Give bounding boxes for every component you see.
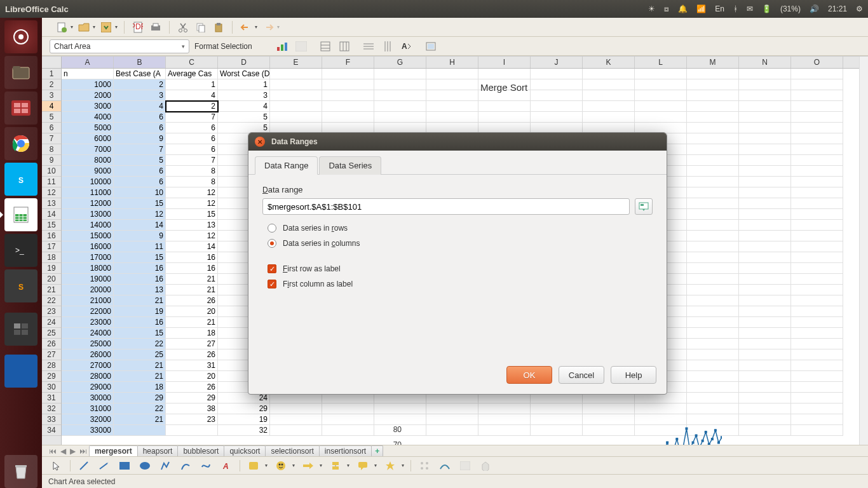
launcher-files[interactable] — [4, 56, 37, 89]
launcher-dash[interactable] — [4, 20, 37, 53]
add-sheet-button[interactable]: + — [371, 445, 383, 456]
extrusion-icon[interactable] — [478, 459, 492, 473]
copy-icon[interactable] — [194, 20, 208, 34]
data-range-input[interactable] — [262, 198, 630, 215]
dialog-titlebar[interactable]: ✕ Data Ranges — [248, 133, 667, 151]
svg-rect-24 — [22, 330, 28, 335]
export-pdf-icon[interactable]: PDF — [131, 20, 145, 34]
data-ranges-icon[interactable] — [318, 39, 332, 53]
points-icon[interactable] — [417, 459, 431, 473]
sheet-tab-quicksort[interactable]: quicksort — [224, 445, 266, 456]
svg-marker-173 — [361, 468, 363, 470]
sheet-tab-bubblesort[interactable]: bubblesort — [177, 445, 224, 456]
undo-icon[interactable] — [239, 20, 253, 34]
basic-shapes-icon[interactable] — [247, 459, 261, 473]
ok-button[interactable]: OK — [506, 366, 552, 384]
sheet-tab-mergesort[interactable]: mergesort — [89, 445, 138, 456]
sheet-tab-heapsort[interactable]: heapsort — [137, 445, 179, 456]
line-icon[interactable] — [77, 459, 91, 473]
flowchart-icon[interactable] — [329, 459, 342, 473]
vgrid-icon[interactable] — [381, 39, 395, 53]
hgrid-icon[interactable] — [362, 39, 376, 53]
svg-rect-21 — [14, 323, 20, 329]
chart-type-icon[interactable] — [275, 39, 289, 53]
chart-area-icon[interactable] — [294, 39, 308, 53]
launcher-chrome[interactable] — [4, 127, 37, 160]
polygon-icon[interactable] — [158, 459, 172, 473]
gear-icon[interactable]: ⚙ — [856, 4, 863, 13]
dropbox-icon[interactable]: ⧈ — [664, 4, 669, 13]
check-first-col[interactable]: First column as label — [268, 280, 653, 288]
sheet-tab-selectionsort[interactable]: selectionsort — [265, 445, 319, 456]
arrow-line-icon[interactable] — [97, 459, 111, 473]
format-selection-button[interactable]: Format Selection — [194, 42, 252, 51]
curve-icon[interactable] — [179, 459, 193, 473]
column-headers[interactable]: ABCDEFGHIJKLMNO — [62, 57, 859, 69]
tab-nav-last[interactable]: ⏭ — [78, 447, 89, 456]
mail-icon[interactable]: ✉ — [747, 4, 753, 13]
launcher-workspace[interactable] — [4, 313, 37, 346]
svg-rect-33 — [153, 24, 158, 27]
freeform-icon[interactable] — [199, 459, 213, 473]
launcher-app-red[interactable] — [4, 92, 37, 125]
network-icon[interactable]: 📶 — [696, 4, 706, 13]
chart-element-selector[interactable]: Chart Area ▾ — [50, 39, 189, 53]
weather-icon[interactable]: ☀ — [648, 4, 655, 13]
stars-icon[interactable] — [383, 459, 397, 473]
check-first-row[interactable]: First row as label — [268, 264, 653, 273]
chart-plot[interactable]: ms) 8070605040 — [372, 425, 728, 445]
launcher-skype[interactable]: S — [4, 163, 37, 196]
bell-icon[interactable]: 🔔 — [678, 4, 688, 13]
legend-icon[interactable]: A — [400, 39, 414, 53]
callouts-icon[interactable] — [356, 459, 370, 473]
svg-rect-6 — [22, 103, 28, 107]
print-icon[interactable] — [149, 20, 163, 34]
bluetooth-icon[interactable]: ᚼ — [733, 4, 738, 13]
cut-icon[interactable] — [176, 20, 190, 34]
ellipse-icon[interactable] — [138, 459, 152, 473]
text-icon[interactable]: A — [219, 459, 233, 473]
open-icon[interactable] — [77, 20, 91, 34]
tab-nav-prev[interactable]: ◀ — [58, 447, 68, 456]
block-arrows-icon[interactable] — [301, 459, 315, 473]
keyboard-lang[interactable]: En — [715, 4, 724, 13]
launcher-trash[interactable] — [4, 455, 37, 488]
save-icon[interactable] — [99, 20, 113, 34]
volume-icon[interactable]: 🔊 — [810, 4, 819, 13]
new-doc-icon[interactable] — [55, 20, 69, 34]
svg-point-168 — [281, 463, 283, 465]
launcher-sublime[interactable]: S — [4, 269, 37, 302]
tab-nav-first[interactable]: ⏮ — [47, 447, 58, 456]
text-scale-icon[interactable] — [424, 39, 438, 53]
radio-columns[interactable]: Data series in columns — [268, 239, 653, 248]
symbol-shapes-icon[interactable] — [274, 459, 288, 473]
battery-icon[interactable]: 🔋 — [762, 4, 771, 13]
vertical-scrollbar[interactable] — [859, 57, 868, 445]
help-button[interactable]: Help — [611, 366, 656, 384]
top-menubar: LibreOffice Calc ☀ ⧈ 🔔 📶 En ᚼ ✉ 🔋 (31%) … — [0, 0, 868, 18]
sheet-tab-insertionsort[interactable]: insertionsort — [319, 445, 372, 456]
shrink-range-button[interactable] — [635, 198, 653, 215]
svg-marker-174 — [386, 461, 395, 470]
radio-rows[interactable]: Data series in rows — [268, 224, 653, 233]
paste-icon[interactable] — [212, 20, 226, 34]
launcher-app-blue[interactable] — [4, 355, 37, 388]
fontwork-icon[interactable] — [438, 459, 452, 473]
tab-nav-next[interactable]: ▶ — [68, 447, 78, 456]
svg-rect-37 — [199, 25, 205, 32]
svg-rect-5 — [14, 103, 20, 107]
close-icon[interactable]: ✕ — [255, 137, 265, 147]
launcher-terminal[interactable]: >_ — [4, 234, 37, 267]
from-file-icon[interactable] — [458, 459, 472, 473]
tab-data-range[interactable]: Data Range — [255, 156, 318, 175]
data-table-icon[interactable] — [337, 39, 351, 53]
select-all-corner[interactable] — [42, 57, 62, 69]
select-icon[interactable] — [50, 459, 64, 473]
clock[interactable]: 21:21 — [828, 4, 847, 13]
rect-icon[interactable] — [118, 459, 132, 473]
row-headers[interactable]: 1234567891011121314151617181920212223242… — [42, 69, 62, 445]
launcher-calc[interactable] — [4, 198, 37, 231]
redo-icon[interactable] — [261, 20, 275, 34]
tab-data-series[interactable]: Data Series — [319, 156, 381, 175]
cancel-button[interactable]: Cancel — [559, 366, 604, 384]
